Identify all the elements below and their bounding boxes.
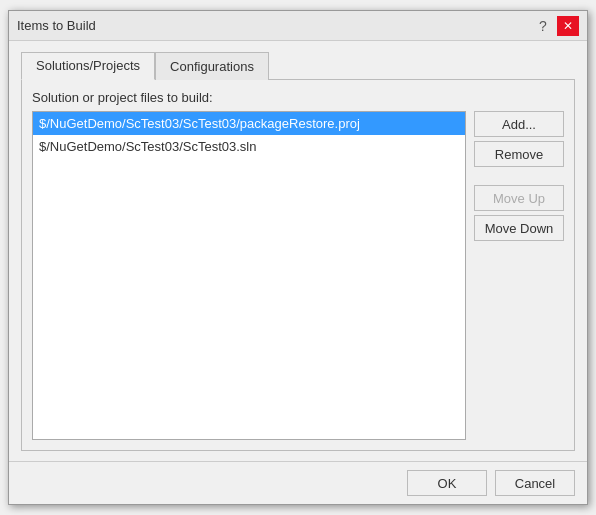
ok-button[interactable]: OK	[407, 470, 487, 496]
close-button[interactable]: ✕	[557, 16, 579, 36]
main-area: $/NuGetDemo/ScTest03/ScTest03/packageRes…	[32, 111, 564, 440]
dialog-content: Solutions/Projects Configurations Soluti…	[9, 41, 587, 461]
tab-solutions-projects[interactable]: Solutions/Projects	[21, 52, 155, 80]
add-button[interactable]: Add...	[474, 111, 564, 137]
remove-button[interactable]: Remove	[474, 141, 564, 167]
items-to-build-dialog: Items to Build ? ✕ Solutions/Projects Co…	[8, 10, 588, 505]
move-up-button[interactable]: Move Up	[474, 185, 564, 211]
side-buttons: Add... Remove Move Up Move Down	[474, 111, 564, 440]
tab-configurations[interactable]: Configurations	[155, 52, 269, 80]
dialog-footer: OK Cancel	[9, 461, 587, 504]
move-down-button[interactable]: Move Down	[474, 215, 564, 241]
section-label: Solution or project files to build:	[32, 90, 564, 105]
title-bar-controls: ? ✕	[533, 16, 579, 36]
tabs-row: Solutions/Projects Configurations	[21, 51, 575, 80]
list-box[interactable]: $/NuGetDemo/ScTest03/ScTest03/packageRes…	[32, 111, 466, 440]
tab-content: Solution or project files to build: $/Nu…	[21, 80, 575, 451]
list-item[interactable]: $/NuGetDemo/ScTest03/ScTest03/packageRes…	[33, 112, 465, 135]
title-bar: Items to Build ? ✕	[9, 11, 587, 41]
spacer	[474, 171, 564, 181]
dialog-title: Items to Build	[17, 18, 96, 33]
list-item[interactable]: $/NuGetDemo/ScTest03/ScTest03.sln	[33, 135, 465, 158]
help-button[interactable]: ?	[533, 16, 553, 36]
cancel-button[interactable]: Cancel	[495, 470, 575, 496]
title-bar-left: Items to Build	[17, 18, 96, 33]
